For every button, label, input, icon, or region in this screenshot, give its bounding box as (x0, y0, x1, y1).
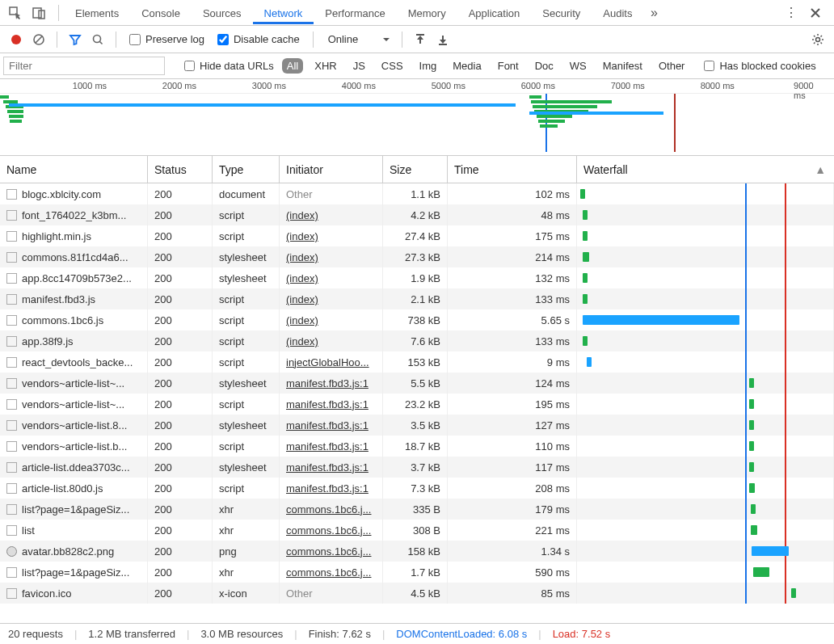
filter-type-css[interactable]: CSS (377, 58, 408, 74)
tab-security[interactable]: Security (531, 2, 592, 24)
cell-initiator[interactable]: commons.1bc6.j... (280, 541, 383, 562)
cell-waterfall (577, 436, 834, 457)
filter-type-doc[interactable]: Doc (530, 58, 558, 74)
tab-elements[interactable]: Elements (64, 2, 130, 24)
status-dcl: DOMContentLoaded: 6.08 s (396, 628, 527, 640)
hide-data-urls-checkbox[interactable]: Hide data URLs (184, 60, 274, 72)
close-devtools-icon[interactable] (805, 2, 826, 23)
cell-waterfall (577, 246, 834, 267)
timeline-overview[interactable]: 1000 ms2000 ms3000 ms4000 ms5000 ms6000 … (0, 79, 834, 156)
table-row[interactable]: font_1764022_k3bm...200script(index)4.2 … (0, 204, 834, 225)
file-name: commons.81f1cd4a6... (22, 251, 128, 263)
waterfall-bar (580, 189, 585, 199)
file-name: commons.1bc6.js (22, 314, 103, 326)
throttling-value: Online (328, 33, 359, 45)
table-row[interactable]: commons.81f1cd4a6...200stylesheet(index)… (0, 246, 834, 267)
col-size[interactable]: Size (383, 156, 448, 183)
cell-initiator[interactable]: (index) (280, 309, 383, 330)
search-icon[interactable] (88, 30, 107, 49)
table-row[interactable]: manifest.fbd3.js200script(index)2.1 kB13… (0, 288, 834, 309)
filter-type-manifest[interactable]: Manifest (598, 58, 647, 74)
overview-bar (537, 115, 572, 118)
filter-input[interactable] (3, 57, 165, 75)
filter-type-other[interactable]: Other (654, 58, 690, 74)
tab-console[interactable]: Console (130, 2, 192, 24)
table-row[interactable]: vendors~article-list.b...200scriptmanife… (0, 436, 834, 457)
filter-type-js[interactable]: JS (348, 58, 370, 74)
cell-time: 133 ms (448, 288, 577, 309)
more-tabs-icon[interactable]: » (643, 2, 664, 23)
cell-initiator[interactable]: manifest.fbd3.js:1 (280, 373, 383, 394)
col-time[interactable]: Time (448, 156, 577, 183)
cell-initiator[interactable]: manifest.fbd3.js:1 (280, 436, 383, 457)
tab-network[interactable]: Network (253, 2, 314, 24)
device-toolbar-icon[interactable] (29, 2, 50, 23)
filter-icon[interactable] (65, 30, 85, 49)
table-row[interactable]: commons.1bc6.js200script(index)738 kB5.6… (0, 309, 834, 330)
table-row[interactable]: avatar.bb828c2.png200pngcommons.1bc6.j..… (0, 541, 834, 562)
col-type[interactable]: Type (213, 156, 280, 183)
table-row[interactable]: article-list.ddea3703c...200stylesheetma… (0, 457, 834, 478)
waterfall-bar (749, 462, 754, 472)
cell-waterfall (577, 351, 834, 373)
cell-initiator[interactable]: manifest.fbd3.js:1 (280, 415, 383, 436)
download-har-icon[interactable] (433, 30, 453, 49)
table-row[interactable]: vendors~article-list~...200stylesheetman… (0, 373, 834, 394)
tab-sources[interactable]: Sources (192, 2, 253, 24)
cell-initiator[interactable]: manifest.fbd3.js:1 (280, 457, 383, 478)
clear-icon[interactable] (29, 30, 48, 49)
table-row[interactable]: blogc.xblcity.com200documentOther1.1 kB1… (0, 183, 834, 204)
filter-type-all[interactable]: All (282, 58, 303, 74)
table-row[interactable]: list?page=1&pageSiz...200xhrcommons.1bc6… (0, 499, 834, 520)
table-row[interactable]: app.38f9.js200script(index)7.6 kB133 ms (0, 330, 834, 351)
table-row[interactable]: favicon.ico200x-iconOther4.5 kB85 ms (0, 583, 834, 604)
tab-performance[interactable]: Performance (314, 2, 396, 24)
cell-initiator[interactable]: (index) (280, 225, 383, 246)
table-row[interactable]: article-list.80d0.js200scriptmanifest.fb… (0, 478, 834, 499)
inspect-element-icon[interactable] (5, 2, 26, 23)
table-row[interactable]: list?page=1&pageSiz...200xhrcommons.1bc6… (0, 562, 834, 583)
waterfall-bar (749, 483, 755, 493)
table-row[interactable]: vendors~article-list.8...200stylesheetma… (0, 415, 834, 436)
cell-initiator[interactable]: (index) (280, 330, 383, 351)
table-row[interactable]: highlight.min.js200script(index)27.4 kB1… (0, 225, 834, 246)
filter-type-img[interactable]: Img (415, 58, 442, 74)
cell-initiator[interactable]: (index) (280, 204, 383, 225)
preserve-log-checkbox[interactable]: Preserve log (129, 33, 204, 45)
tab-audits[interactable]: Audits (592, 2, 643, 24)
filter-type-ws[interactable]: WS (565, 58, 592, 74)
table-row[interactable]: vendors~article-list~...200scriptmanifes… (0, 394, 834, 415)
cell-initiator[interactable]: manifest.fbd3.js:1 (280, 394, 383, 415)
disable-cache-checkbox[interactable]: Disable cache (217, 33, 300, 45)
cell-initiator[interactable]: injectGlobalHoo... (280, 351, 383, 373)
col-name[interactable]: Name (0, 156, 148, 183)
has-blocked-cookies-checkbox[interactable]: Has blocked cookies (704, 60, 815, 72)
filter-type-font[interactable]: Font (493, 58, 524, 74)
cell-initiator[interactable]: manifest.fbd3.js:1 (280, 478, 383, 499)
table-row[interactable]: list200xhrcommons.1bc6.j...308 B221 ms (0, 520, 834, 541)
cell-waterfall (577, 309, 834, 330)
kebab-menu-icon[interactable]: ⋮ (781, 2, 802, 23)
cell-time: 195 ms (448, 394, 577, 415)
tab-application[interactable]: Application (457, 2, 532, 24)
tab-memory[interactable]: Memory (397, 2, 457, 24)
col-waterfall[interactable]: Waterfall ▲ (577, 156, 834, 183)
cell-initiator[interactable]: commons.1bc6.j... (280, 499, 383, 520)
table-row[interactable]: react_devtools_backe...200scriptinjectGl… (0, 351, 834, 373)
table-row[interactable]: app.8cc14709b573e2...200stylesheet(index… (0, 267, 834, 288)
cell-initiator[interactable]: commons.1bc6.j... (280, 520, 383, 541)
status-requests: 20 requests (8, 628, 63, 640)
filter-type-media[interactable]: Media (448, 58, 486, 74)
filter-type-xhr[interactable]: XHR (310, 58, 341, 74)
upload-har-icon[interactable] (411, 30, 430, 49)
col-initiator[interactable]: Initiator (280, 156, 383, 183)
cell-type: xhr (213, 520, 280, 541)
throttling-select[interactable]: Online (325, 31, 394, 48)
record-icon[interactable] (6, 30, 26, 49)
cell-initiator[interactable]: (index) (280, 246, 383, 267)
cell-initiator[interactable]: (index) (280, 288, 383, 309)
cell-initiator[interactable]: (index) (280, 267, 383, 288)
col-status[interactable]: Status (148, 156, 213, 183)
cell-initiator[interactable]: commons.1bc6.j... (280, 562, 383, 583)
settings-icon[interactable] (808, 30, 828, 49)
